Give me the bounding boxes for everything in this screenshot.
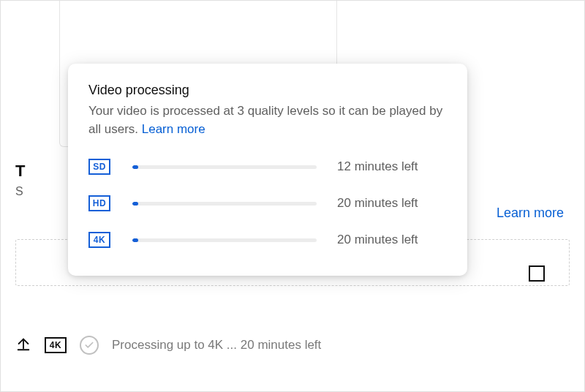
hd-progress-fill (132, 202, 138, 206)
learn-more-link[interactable]: Learn more (497, 206, 564, 221)
hd-progress-bar (132, 202, 317, 206)
4k-time-remaining: 20 minutes left (337, 233, 447, 247)
tooltip-title: Video processing (88, 83, 447, 98)
tooltip-description: Your video is processed at 3 quality lev… (88, 102, 447, 138)
status-text: Processing up to 4K ... 20 minutes left (112, 338, 321, 353)
tooltip-learn-more-link[interactable]: Learn more (142, 122, 205, 136)
sd-badge-icon: SD (88, 159, 110, 175)
sd-progress-fill (132, 165, 138, 169)
small-truncated-icon (529, 265, 545, 282)
hd-badge-icon: HD (88, 195, 110, 211)
4k-badge-icon: 4K (88, 232, 110, 248)
status-bar: 4K Processing up to 4K ... 20 minutes le… (15, 336, 570, 355)
sd-progress-bar (132, 165, 317, 169)
sd-time-remaining: 12 minutes left (337, 159, 447, 174)
processing-check-icon (80, 336, 99, 355)
4k-progress-fill (132, 238, 138, 242)
hd-time-remaining: 20 minutes left (337, 196, 447, 211)
upload-icon (15, 336, 31, 355)
4k-progress-bar (132, 238, 317, 242)
status-4k-badge-icon: 4K (45, 337, 67, 353)
quality-row-hd: HD 20 minutes left (88, 189, 447, 217)
quality-row-4k: 4K 20 minutes left (88, 226, 447, 254)
video-processing-tooltip: Video processing Your video is processed… (68, 64, 467, 276)
quality-row-sd: SD 12 minutes left (88, 153, 447, 181)
